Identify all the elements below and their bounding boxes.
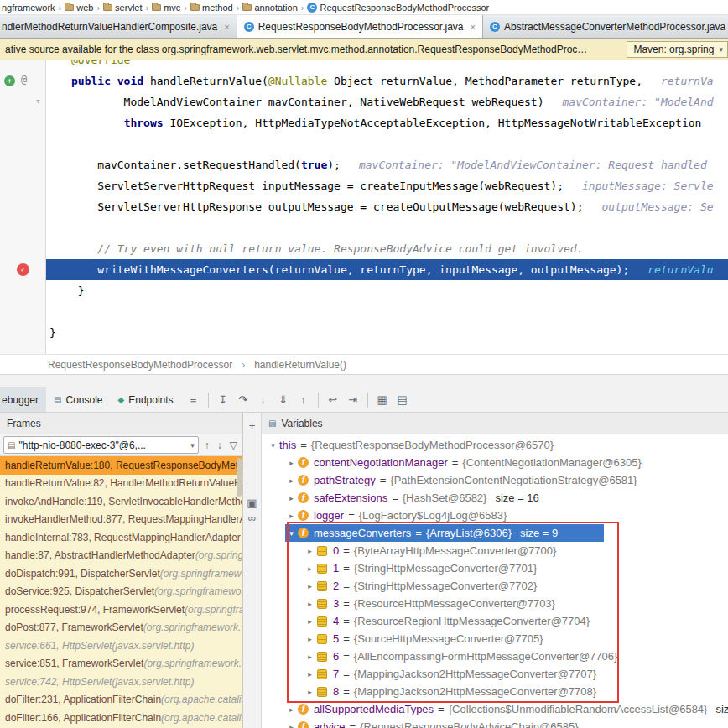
- chevron-right-icon[interactable]: ▸: [304, 547, 316, 555]
- editor-gutter: ↑ @ ▿ ✓: [0, 60, 46, 354]
- variable-row[interactable]: ▾this={RequestResponseBodyMethodProcesso…: [262, 436, 728, 454]
- chevron-right-icon[interactable]: ▸: [285, 459, 298, 467]
- fold-arrow-icon[interactable]: ▿: [35, 96, 41, 106]
- variable-name: 5: [333, 632, 339, 645]
- menu-icon[interactable]: ≡: [185, 391, 203, 409]
- variable-row[interactable]: ▸6={AllEncompassingFormHttpMessageConver…: [262, 647, 728, 665]
- stack-frame[interactable]: invokeHandlerMethod:877, RequestMappingH…: [0, 511, 242, 529]
- chevron-down-icon[interactable]: ▾: [285, 529, 298, 538]
- variable-row[interactable]: ▸0={ByteArrayHttpMessageConverter@7700}: [262, 542, 728, 559]
- stack-frame[interactable]: handle:87, AbstractHandlerMethodAdapter …: [0, 547, 242, 565]
- step-over-icon[interactable]: ↷: [234, 391, 252, 409]
- stack-frame[interactable]: doService:925, DispatcherServlet (org.sp…: [0, 583, 242, 601]
- breakpoint-icon[interactable]: ✓: [17, 263, 29, 276]
- debug-tab-console[interactable]: ▤Console: [46, 387, 110, 412]
- variable-row[interactable]: ▸2={StringHttpMessageConverter@7702}: [262, 577, 728, 595]
- splitter[interactable]: [0, 374, 728, 387]
- chevron-right-icon[interactable]: ▸: [304, 670, 316, 679]
- variable-row[interactable]: ▸fallSupportedMediaTypes={Collections$Un…: [262, 700, 728, 718]
- variable-row[interactable]: ▸5={SourceHttpMessageConverter@7705}: [262, 630, 728, 647]
- variable-row[interactable]: ▸1={StringHttpMessageConverter@7701}: [262, 559, 728, 577]
- equals-sign: =: [343, 615, 350, 627]
- breadcrumb-class[interactable]: RequestResponseBodyMethodProcessor: [48, 359, 232, 371]
- variable-row[interactable]: ▸7={MappingJackson2HttpMessageConverter@…: [262, 665, 728, 683]
- variable-row[interactable]: ▸fcontentNegotiationManager={ContentNego…: [262, 454, 728, 471]
- stack-frame[interactable]: handleReturnValue:180, RequestResponseBo…: [0, 456, 242, 475]
- code-line: [71, 133, 728, 154]
- chevron-right-icon[interactable]: ▸: [285, 705, 298, 714]
- variable-row[interactable]: ▸flogger={LogFactory$Log4jLog@6583}: [262, 507, 728, 524]
- chevron-right-icon[interactable]: ▸: [304, 653, 316, 661]
- chevron-down-icon[interactable]: ▾: [267, 441, 279, 450]
- stack-frame[interactable]: service:742, HttpServlet (javax.servlet.…: [0, 673, 242, 691]
- variable-row[interactable]: ▸3={ResourceHttpMessageConverter@7703}: [262, 595, 728, 612]
- override-method-icon[interactable]: ↑: [4, 75, 15, 86]
- step-out-icon[interactable]: ↑: [294, 391, 313, 409]
- code-area[interactable]: @Overridepublic void handleReturnValue(@…: [46, 60, 728, 354]
- variable-name: this: [279, 439, 296, 451]
- copy-icon[interactable]: ▣: [245, 495, 260, 510]
- chevron-right-icon[interactable]: ▸: [304, 600, 316, 608]
- breadcrumb-item[interactable]: ngframework: [2, 3, 55, 13]
- variable-row[interactable]: ▸8={MappingJackson2HttpMessageConverter@…: [262, 683, 728, 700]
- chevron-right-icon[interactable]: ▸: [304, 582, 316, 590]
- variable-row[interactable]: ▸fadvice={RequestResponseBodyAdviceChain…: [262, 718, 728, 728]
- breadcrumb-item[interactable]: web: [65, 3, 93, 13]
- drop-frame-icon[interactable]: ↩: [324, 391, 342, 409]
- run-to-cursor-icon[interactable]: ⇥: [344, 391, 362, 409]
- stack-frame[interactable]: service:661, HttpServlet (javax.servlet.…: [0, 637, 242, 655]
- chevron-right-icon[interactable]: ▸: [304, 635, 316, 643]
- watch-return-values-icon[interactable]: ∞: [245, 510, 260, 525]
- chevron-right-icon[interactable]: ▸: [285, 723, 298, 728]
- variable-value: {HashSet@6582}: [403, 491, 487, 504]
- chevron-right-icon[interactable]: ▸: [304, 688, 316, 696]
- debug-tab-ebugger[interactable]: ebugger: [0, 387, 46, 412]
- debug-tab-endpoints[interactable]: ◆Endpoints: [111, 387, 181, 412]
- editor-tab[interactable]: CRequestResponseBodyMethodProcessor.java…: [237, 15, 483, 38]
- editor-tab[interactable]: ndlerMethodReturnValueHandlerComposite.j…: [0, 15, 237, 38]
- stack-frame[interactable]: processRequest:974, FrameworkServlet (or…: [0, 601, 242, 619]
- source-selector[interactable]: Maven: org.spring ▾: [627, 41, 728, 58]
- editor-tab[interactable]: CAbstractMessageConverterMethodProcessor…: [483, 15, 728, 38]
- view-breakpoints-icon[interactable]: ▦: [373, 391, 392, 409]
- stack-frame[interactable]: doFilter:231, ApplicationFilterChain (or…: [0, 691, 242, 710]
- stack-frame[interactable]: invokeAndHandle:119, ServletInvocableHan…: [0, 492, 242, 511]
- stack-frame[interactable]: doDispatch:991, DispatcherServlet (org.s…: [0, 564, 242, 583]
- filter-icon[interactable]: ▽: [228, 439, 239, 451]
- variable-row[interactable]: ▸4={ResourceRegionHttpMessageConverter@7…: [262, 612, 728, 630]
- variable-row[interactable]: ▾fmessageConverters={ArrayList@6306}size…: [262, 524, 728, 542]
- next-frame-icon[interactable]: ↓: [216, 439, 224, 451]
- chevron-right-icon[interactable]: ▸: [304, 617, 316, 626]
- chevron-right-icon[interactable]: ▸: [304, 564, 316, 573]
- close-icon[interactable]: ×: [471, 22, 476, 32]
- variable-row[interactable]: ▸fsafeExtensions={HashSet@6582}size = 16: [262, 489, 728, 507]
- field-icon: f: [298, 721, 309, 728]
- breadcrumb-item[interactable]: mvc: [152, 3, 180, 13]
- stack-frame[interactable]: service:851, FrameworkServlet (org.sprin…: [0, 655, 242, 673]
- force-step-into-icon[interactable]: ⇓: [274, 391, 293, 409]
- thread-selector[interactable]: ▤ "http-nio-8080-exec-3"@6,... ▾: [3, 436, 199, 454]
- chevron-right-icon[interactable]: ▸: [285, 494, 298, 502]
- breadcrumb-method[interactable]: handleReturnValue(): [254, 359, 346, 371]
- stack-frame[interactable]: handleInternal:783, RequestMappingHandle…: [0, 528, 242, 547]
- step-into-icon[interactable]: ↓: [254, 391, 273, 409]
- stack-frame[interactable]: handleReturnValue:82, HandlerMethodRetur…: [0, 475, 242, 493]
- close-icon[interactable]: ×: [224, 22, 229, 32]
- breadcrumb-item[interactable]: annotation: [242, 3, 297, 13]
- show-execution-point-icon[interactable]: ↧: [214, 391, 232, 409]
- scrollbar-thumb[interactable]: [237, 458, 242, 497]
- code-line: mavContainer.setRequestHandled(true);mav…: [71, 154, 728, 175]
- breadcrumb-item[interactable]: CRequestResponseBodyMethodProcessor: [307, 3, 489, 13]
- chevron-right-icon[interactable]: ▸: [285, 512, 298, 520]
- chevron-right-icon[interactable]: ▸: [285, 476, 298, 485]
- variable-row[interactable]: ▸fpathStrategy={PathExtensionContentNego…: [262, 471, 728, 489]
- breadcrumb-item[interactable]: servlet: [103, 3, 142, 13]
- stack-frame[interactable]: doPost:877, FrameworkServlet (org.spring…: [0, 619, 242, 637]
- breadcrumb-item[interactable]: method: [190, 3, 233, 13]
- previous-frame-icon[interactable]: ↑: [203, 439, 211, 451]
- mute-breakpoints-icon[interactable]: ▤: [393, 391, 412, 409]
- variable-name: 7: [333, 668, 339, 680]
- debug-content: Frames ▤ "http-nio-8080-exec-3"@6,... ▾ …: [0, 413, 728, 728]
- add-watch-icon[interactable]: +: [245, 418, 260, 433]
- stack-frame[interactable]: doFilter:166, ApplicationFilterChain (or…: [0, 709, 242, 727]
